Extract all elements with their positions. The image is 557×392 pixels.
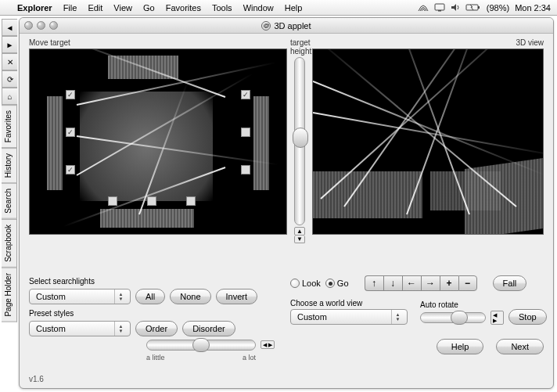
select-searchlights-label: Select searchlights (29, 277, 287, 286)
stop-button[interactable]: ✕ (2, 53, 17, 70)
app-menu[interactable]: Explorer (17, 3, 52, 13)
display-icon[interactable] (434, 3, 445, 12)
menu-favorites[interactable]: Favorites (166, 3, 201, 13)
3d-view-label: 3D view (312, 38, 544, 47)
slider-stepper[interactable]: ◀ ▶ (261, 340, 275, 349)
preset-styles-label: Preset styles (29, 309, 287, 318)
3d-viewport[interactable] (312, 49, 544, 235)
tab-scrapbook[interactable]: Scrapbook (2, 219, 17, 268)
slider-min-label: a little (146, 354, 165, 361)
fall-button[interactable]: Fall (493, 275, 527, 291)
light-toggle[interactable]: ✓ (241, 90, 250, 99)
invert-button[interactable]: Invert (216, 289, 258, 304)
light-toggle[interactable]: ✓ (66, 165, 75, 174)
height-step-down[interactable]: ▼ (294, 236, 305, 243)
applet-icon: @ (261, 21, 271, 31)
app-window: @3D applet Move target ✓ ✓ ✓ ✓ (19, 17, 554, 389)
version-label: v1.6 (29, 375, 44, 383)
menubar: Explorer File Edit View Go Favorites Too… (0, 0, 557, 16)
chevron-updown-icon: ▲▼ (391, 310, 404, 324)
zoom-button[interactable] (49, 21, 58, 30)
menu-view[interactable]: View (113, 3, 132, 13)
autorotate-slider[interactable] (420, 312, 486, 323)
searchlights-value: Custom (36, 292, 66, 301)
minimize-button[interactable] (37, 21, 45, 30)
tab-search[interactable]: Search (2, 183, 17, 219)
order-button[interactable]: Order (135, 321, 178, 336)
menu-help[interactable]: Help (285, 3, 303, 13)
disorder-button[interactable]: Disorder (182, 321, 235, 336)
menu-window[interactable]: Window (243, 3, 274, 13)
airport-icon[interactable] (418, 3, 429, 13)
chevron-updown-icon: ▲▼ (114, 290, 127, 304)
tab-history[interactable]: History (2, 148, 17, 183)
volume-icon[interactable] (451, 3, 460, 12)
autorotate-label: Auto rotate (420, 300, 504, 309)
nav-right[interactable]: → (421, 275, 440, 291)
nav-up[interactable]: ↑ (365, 275, 383, 291)
forward-button[interactable]: ► (2, 36, 17, 53)
back-button[interactable]: ◄ (2, 19, 17, 36)
light-toggle[interactable] (147, 196, 156, 206)
all-button[interactable]: All (135, 289, 165, 304)
menu-edit[interactable]: Edit (88, 3, 102, 13)
move-target-label: Move target (29, 38, 287, 47)
nav-down[interactable]: ↓ (383, 275, 402, 291)
light-toggle[interactable] (241, 165, 250, 174)
svg-marker-2 (451, 4, 456, 11)
world-view-value: Custom (297, 312, 327, 322)
height-step-up[interactable]: ▲ (294, 227, 305, 236)
titlebar[interactable]: @3D applet (20, 18, 553, 34)
menu-file[interactable]: File (63, 3, 77, 13)
tab-pageholder[interactable]: Page Holder (2, 268, 17, 322)
close-button[interactable] (24, 21, 33, 30)
light-toggle[interactable]: ✓ (66, 128, 75, 137)
nav-zoom-in[interactable]: + (440, 275, 458, 291)
stop-button[interactable]: Stop (508, 309, 547, 325)
browser-sidebar: ◄ ► ✕ ⟳ ⌂ Favorites History Search Scrap… (2, 19, 17, 322)
clock[interactable]: Mon 2:34 (515, 3, 551, 13)
chevron-updown-icon: ▲▼ (114, 322, 127, 336)
world-view-label: Choose a world view (290, 299, 408, 307)
go-radio[interactable]: Go (325, 279, 349, 288)
refresh-button[interactable]: ⟳ (2, 70, 17, 88)
home-button[interactable]: ⌂ (2, 88, 17, 105)
order-amount-slider[interactable] (146, 340, 256, 351)
preset-select[interactable]: Custom ▲▼ (29, 321, 131, 336)
light-toggle[interactable] (241, 128, 250, 137)
target-height-label: target height (290, 38, 309, 56)
slider-thumb[interactable] (451, 311, 468, 325)
look-radio[interactable]: Look (290, 279, 321, 288)
light-toggle[interactable] (108, 196, 117, 206)
light-toggle[interactable]: ✓ (66, 90, 75, 99)
autorotate-stepper[interactable]: ◀ ▶ (491, 311, 504, 325)
target-height-slider[interactable] (294, 57, 305, 225)
slider-thumb[interactable] (192, 338, 210, 352)
status-tray: (98%) Mon 2:34 (418, 3, 551, 13)
battery-icon[interactable] (465, 3, 481, 12)
tab-favorites[interactable]: Favorites (2, 105, 17, 148)
preset-value: Custom (36, 324, 66, 333)
move-target-viewport[interactable]: ✓ ✓ ✓ ✓ (29, 49, 287, 235)
slider-max-label: a lot (243, 354, 256, 361)
battery-percent: (98%) (487, 3, 509, 13)
nav-pad: ↑ ↓ ← → + − (365, 275, 477, 291)
slider-thumb[interactable] (293, 128, 308, 148)
searchlights-select[interactable]: Custom ▲▼ (29, 289, 131, 304)
nav-zoom-out[interactable]: − (458, 275, 477, 291)
menu-go[interactable]: Go (143, 3, 155, 13)
light-toggle[interactable] (186, 196, 196, 206)
svg-rect-4 (478, 6, 480, 9)
help-button[interactable]: Help (437, 339, 484, 354)
menu-tools[interactable]: Tools (212, 3, 232, 13)
window-title: 3D applet (274, 21, 311, 31)
next-button[interactable]: Next (496, 339, 544, 354)
svg-rect-1 (438, 10, 441, 12)
nav-left[interactable]: ← (402, 275, 421, 291)
none-button[interactable]: None (170, 289, 210, 304)
svg-rect-0 (435, 4, 444, 10)
world-view-select[interactable]: Custom ▲▼ (290, 309, 408, 325)
